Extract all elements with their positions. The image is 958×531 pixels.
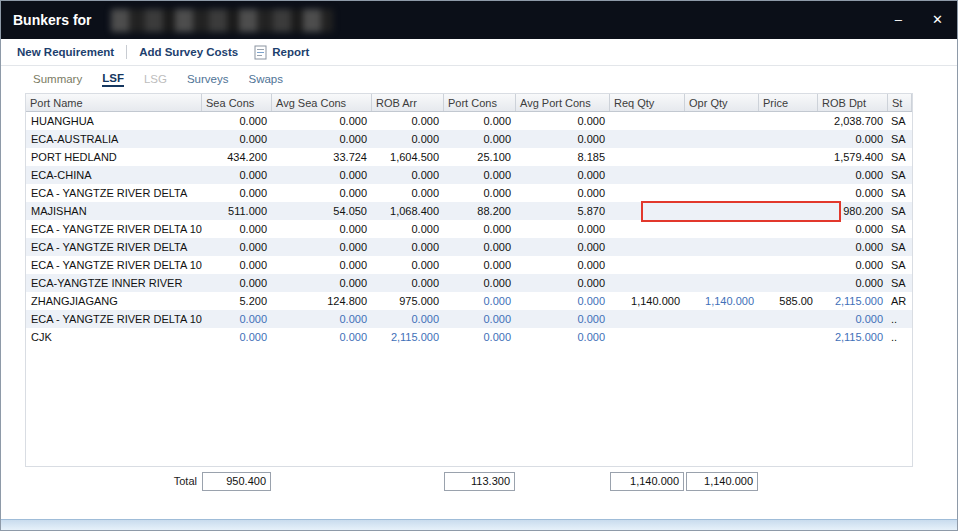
close-button[interactable]: ✕ xyxy=(932,1,943,39)
value-cell[interactable]: 0.000 xyxy=(372,112,444,130)
value-cell[interactable]: 0.000 xyxy=(202,274,272,292)
value-cell[interactable]: 0.000 xyxy=(818,130,888,148)
value-cell[interactable]: 0.000 xyxy=(516,220,610,238)
port-name-cell[interactable]: ECA - YANGTZE RIVER DELTA xyxy=(26,238,202,256)
value-cell[interactable]: 0.000 xyxy=(202,310,272,328)
value-cell[interactable]: 0.000 xyxy=(516,310,610,328)
port-name-cell[interactable]: HUANGHUA xyxy=(26,112,202,130)
value-cell[interactable]: 0.000 xyxy=(202,130,272,148)
value-cell[interactable]: 0.000 xyxy=(372,184,444,202)
value-cell[interactable]: 0.000 xyxy=(444,130,516,148)
value-cell[interactable]: 0.000 xyxy=(372,130,444,148)
column-header-price[interactable]: Price xyxy=(759,94,818,111)
tab-lsg[interactable]: LSG xyxy=(144,73,167,85)
value-cell[interactable]: 0.000 xyxy=(372,256,444,274)
value-cell[interactable] xyxy=(759,238,818,256)
port-name-cell[interactable]: ECA-YANGTZE INNER RIVER xyxy=(26,274,202,292)
value-cell[interactable]: 25.100 xyxy=(444,148,516,166)
value-cell[interactable]: SA xyxy=(888,184,912,202)
column-header-st[interactable]: St xyxy=(888,94,912,111)
value-cell[interactable]: 0.000 xyxy=(202,112,272,130)
value-cell[interactable]: 0.000 xyxy=(202,328,272,346)
value-cell[interactable] xyxy=(759,202,818,220)
value-cell[interactable]: SA xyxy=(888,202,912,220)
value-cell[interactable] xyxy=(610,184,685,202)
value-cell[interactable]: 511.000 xyxy=(202,202,272,220)
value-cell[interactable]: 2,115.000 xyxy=(372,328,444,346)
value-cell[interactable]: 5.870 xyxy=(516,202,610,220)
tab-swaps[interactable]: Swaps xyxy=(249,73,284,85)
value-cell[interactable]: 0.000 xyxy=(272,220,372,238)
value-cell[interactable]: 0.000 xyxy=(444,238,516,256)
value-cell[interactable]: 0.000 xyxy=(444,256,516,274)
value-cell[interactable]: 0.000 xyxy=(818,256,888,274)
value-cell[interactable] xyxy=(685,256,759,274)
value-cell[interactable] xyxy=(610,256,685,274)
value-cell[interactable]: 0.000 xyxy=(516,130,610,148)
value-cell[interactable] xyxy=(759,310,818,328)
port-name-cell[interactable]: ECA-CHINA xyxy=(26,166,202,184)
value-cell[interactable] xyxy=(685,148,759,166)
value-cell[interactable] xyxy=(685,220,759,238)
value-cell[interactable]: 0.000 xyxy=(272,130,372,148)
value-cell[interactable]: 0.000 xyxy=(272,328,372,346)
table-row[interactable]: ECA - YANGTZE RIVER DELTA 10(0.0000.0000… xyxy=(26,310,912,328)
value-cell[interactable]: 0.000 xyxy=(516,328,610,346)
value-cell[interactable]: 2,115.000 xyxy=(818,328,888,346)
value-cell[interactable]: 0.000 xyxy=(272,166,372,184)
value-cell[interactable]: 0.000 xyxy=(372,274,444,292)
value-cell[interactable]: 980.200 xyxy=(818,202,888,220)
value-cell[interactable]: SA xyxy=(888,112,912,130)
tab-surveys[interactable]: Surveys xyxy=(187,73,229,85)
table-row[interactable]: ECA-YANGTZE INNER RIVER0.0000.0000.0000.… xyxy=(26,274,912,292)
value-cell[interactable]: AR xyxy=(888,292,912,310)
value-cell[interactable]: 5.200 xyxy=(202,292,272,310)
column-header-sea-cons[interactable]: Sea Cons xyxy=(202,94,272,111)
value-cell[interactable]: 0.000 xyxy=(372,310,444,328)
value-cell[interactable]: SA xyxy=(888,274,912,292)
value-cell[interactable] xyxy=(685,328,759,346)
value-cell[interactable]: 0.000 xyxy=(516,238,610,256)
value-cell[interactable]: 0.000 xyxy=(202,238,272,256)
value-cell[interactable]: 1,140.000 xyxy=(610,292,685,310)
table-row[interactable]: ECA - YANGTZE RIVER DELTA0.0000.0000.000… xyxy=(26,184,912,202)
value-cell[interactable]: 124.800 xyxy=(272,292,372,310)
tab-summary[interactable]: Summary xyxy=(33,73,82,85)
value-cell[interactable]: 8.185 xyxy=(516,148,610,166)
value-cell[interactable]: 0.000 xyxy=(444,274,516,292)
value-cell[interactable] xyxy=(610,130,685,148)
value-cell[interactable]: 0.000 xyxy=(444,328,516,346)
value-cell[interactable]: 0.000 xyxy=(818,220,888,238)
value-cell[interactable]: 0.000 xyxy=(516,274,610,292)
column-header-rob-arr[interactable]: ROB Arr xyxy=(372,94,444,111)
value-cell[interactable] xyxy=(610,202,685,220)
value-cell[interactable]: 0.000 xyxy=(272,112,372,130)
value-cell[interactable] xyxy=(610,238,685,256)
table-row[interactable]: PORT HEDLAND434.20033.7241,604.50025.100… xyxy=(26,148,912,166)
table-row[interactable]: CJK0.0000.0002,115.0000.0000.0002,115.00… xyxy=(26,328,912,346)
table-row[interactable]: ZHANGJIAGANG5.200124.800975.0000.0000.00… xyxy=(26,292,912,310)
value-cell[interactable]: 0.000 xyxy=(444,184,516,202)
value-cell[interactable]: 0.000 xyxy=(818,238,888,256)
value-cell[interactable]: SA xyxy=(888,130,912,148)
value-cell[interactable] xyxy=(610,148,685,166)
value-cell[interactable]: 0.000 xyxy=(818,166,888,184)
value-cell[interactable] xyxy=(610,274,685,292)
value-cell[interactable] xyxy=(759,112,818,130)
value-cell[interactable] xyxy=(759,130,818,148)
value-cell[interactable] xyxy=(759,166,818,184)
value-cell[interactable] xyxy=(759,256,818,274)
port-name-cell[interactable]: ECA - YANGTZE RIVER DELTA 10( xyxy=(26,256,202,274)
value-cell[interactable] xyxy=(685,238,759,256)
port-name-cell[interactable]: ZHANGJIAGANG xyxy=(26,292,202,310)
value-cell[interactable] xyxy=(759,274,818,292)
table-row-highlighted[interactable]: MAJISHAN511.00054.0501,068.40088.2005.87… xyxy=(26,202,912,220)
value-cell[interactable] xyxy=(610,310,685,328)
tab-lsf[interactable]: LSF xyxy=(102,72,124,87)
column-header-rob-dpt[interactable]: ROB Dpt xyxy=(818,94,888,111)
value-cell[interactable]: 0.000 xyxy=(272,238,372,256)
value-cell[interactable] xyxy=(759,220,818,238)
table-row[interactable]: ECA-AUSTRALIA0.0000.0000.0000.0000.0000.… xyxy=(26,130,912,148)
value-cell[interactable]: 0.000 xyxy=(202,166,272,184)
value-cell[interactable]: 0.000 xyxy=(272,184,372,202)
